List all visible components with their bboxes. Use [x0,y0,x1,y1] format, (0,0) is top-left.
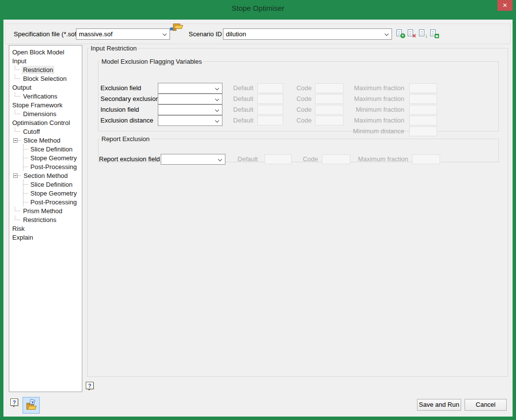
tree-item-prism-method[interactable]: Prism Method [9,206,82,215]
inclusion-field-combobox[interactable] [158,104,222,115]
stope-optimiser-window: Stope Optimiser ✕ Specification file (*.… [0,0,516,420]
chevron-down-icon [215,119,219,123]
scenario-id-value: dilution [226,30,383,38]
inclusion-field-label: Inclusion field [100,104,139,115]
tree-connector [15,92,20,97]
add-scenario-button[interactable]: + [396,29,404,38]
secondary-exclusion-combobox[interactable] [158,94,222,104]
tree-item-explain[interactable]: Explain [9,233,82,242]
default-label: Default [224,94,253,104]
tree-connector [15,66,20,70]
tree-item-optimisation-control[interactable]: Optimisation Control [9,118,82,127]
tree-item-stope-framework[interactable]: Stope Framework [9,100,82,109]
maximum-fraction-input[interactable] [409,116,437,125]
tree-item-slice-method[interactable]: Slice Method [9,136,82,145]
maximum-fraction-label: Maximum fraction [353,154,408,165]
save-and-run-button[interactable]: Save and Run [417,399,461,411]
maximum-fraction-input[interactable] [412,154,440,164]
close-icon: ✕ [502,2,507,9]
tree-item-output[interactable]: Output [9,83,82,92]
tree-item-cutoff[interactable]: Cutoff [9,127,82,136]
tree-item-slice-definition[interactable]: Slice Definition [24,180,82,189]
tree-item-open-block-model[interactable]: Open Block Model [9,48,82,56]
floppy-icon [435,34,439,38]
code-label: Code [287,115,312,126]
slice-method-children: Slice Definition Stope Geometry Post-Pro… [23,145,82,171]
code-input[interactable] [315,83,344,93]
model-exclusion-title: Model Exclusion Flagging Variables [100,58,203,65]
cancel-button[interactable]: Cancel [465,399,507,411]
default-input[interactable] [257,116,283,125]
tree-item-post-processing[interactable]: Post-Processing [24,198,82,206]
section-method-children: Slice Definition Stope Geometry Post-Pro… [23,180,82,206]
tree-item-restrictions[interactable]: Restrictions [9,215,82,224]
tree-item-block-selection[interactable]: Block Selection [9,74,82,83]
tree-connector [15,216,20,220]
help-button[interactable]: ? [86,382,94,389]
open-specification-button[interactable]: v [23,397,40,414]
tree-item-restriction[interactable]: Restriction [9,65,82,74]
spec-file-combobox[interactable]: massive.sof [76,28,170,40]
maximum-fraction-label: Maximum fraction [351,94,404,104]
default-input[interactable] [257,83,283,93]
tree-item-input[interactable]: Input [9,56,82,65]
exclusion-field-label: Exclusion field [100,83,141,94]
tree-connector [24,189,28,194]
tree-connector [18,175,21,176]
tree-item-dimensions[interactable]: Dimensions [9,109,82,118]
save-scenario-button[interactable] [430,29,438,38]
tree-item-stope-geometry[interactable]: Stope Geometry [24,153,82,162]
tree-item-verifications[interactable]: Verifications [9,92,82,100]
maximum-fraction-label: Maximum fraction [351,115,404,126]
close-button[interactable]: ✕ [497,0,513,11]
default-label: Default [224,83,253,94]
tree-item-stope-geometry[interactable]: Stope Geometry [24,189,82,198]
open-spec-file-button[interactable] [173,29,184,40]
delete-scenario-button[interactable]: ✕ [407,29,416,38]
chevron-down-icon [215,108,219,112]
tree-item-risk[interactable]: Risk [9,224,82,233]
exclusion-distance-combobox[interactable] [158,115,222,126]
report-exclusion-field-combobox[interactable] [161,154,225,165]
collapse-icon[interactable] [13,173,18,178]
chevron-down-icon [215,97,219,101]
tree-item-post-processing[interactable]: Post-Processing [24,162,82,171]
exclusion-distance-label: Exclusion distance [100,115,153,126]
code-label: Code [287,83,312,94]
tree-connector [15,110,20,114]
tree-connector [18,140,21,141]
report-exclusion-field-label: Report exclusion field [99,154,160,165]
window-title: Stope Optimiser [0,0,516,20]
chevron-down-icon [215,86,219,90]
tree-item-slice-definition[interactable]: Slice Definition [24,145,82,153]
chevron-down-icon [218,157,222,161]
code-label: Code [287,104,312,115]
tree-connector [24,154,28,158]
code-input[interactable] [322,154,350,164]
minimum-fraction-input[interactable] [409,105,437,115]
document-import-icon [419,29,424,36]
report-exclusion-group: Report Exclusion Report exclusion field … [98,135,499,162]
collapse-icon[interactable] [13,138,18,143]
code-label: Code [287,94,312,104]
help-button[interactable]: ? [10,398,18,406]
minimum-distance-input[interactable] [409,126,437,136]
maximum-fraction-input[interactable] [409,83,437,93]
code-input[interactable] [315,94,344,104]
code-input[interactable] [315,105,344,115]
tree-connector [15,74,20,79]
import-scenario-button[interactable]: ↓ [418,29,427,38]
scenario-id-combobox[interactable]: dilution [223,28,392,40]
tree-connector [24,145,28,149]
default-input[interactable] [257,105,283,115]
maximum-fraction-label: Maximum fraction [351,83,404,94]
exclusion-field-combobox[interactable] [158,83,222,94]
tree-item-section-method[interactable]: Section Method [9,171,82,180]
maximum-fraction-input[interactable] [409,94,437,104]
default-input[interactable] [265,154,292,164]
spec-file-label: Specification file (*.sof) [14,30,78,38]
code-input[interactable] [315,116,344,125]
code-label: Code [295,154,318,165]
default-label: Default [228,154,258,165]
default-input[interactable] [257,94,283,104]
